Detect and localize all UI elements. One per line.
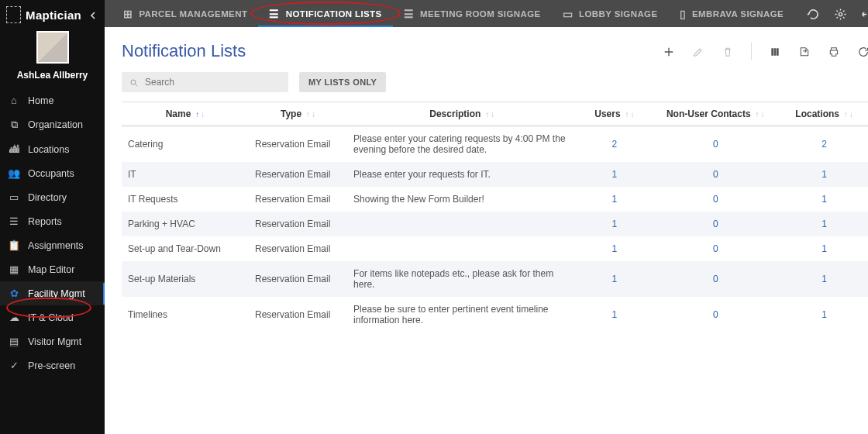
cell-non-user-contacts[interactable]: 0: [652, 187, 779, 212]
cell-locations[interactable]: 1: [779, 261, 868, 297]
cell-users[interactable]: 1: [577, 187, 653, 212]
delete-button[interactable]: [722, 43, 734, 59]
check-icon: ✓: [8, 360, 20, 371]
cell-locations[interactable]: 1: [779, 162, 868, 187]
col-header-non-user-contacts[interactable]: Non-User Contacts↑↓: [652, 102, 779, 126]
cell-users[interactable]: 1: [577, 261, 653, 297]
refresh-button[interactable]: [807, 6, 820, 20]
col-header-locations[interactable]: Locations↑↓: [779, 102, 868, 126]
table-body: CateringReservation EmailPlease enter yo…: [122, 126, 868, 333]
table-row[interactable]: CateringReservation EmailPlease enter yo…: [122, 126, 868, 163]
toolbar: MY LISTS ONLY: [122, 72, 868, 92]
export-button[interactable]: [798, 43, 811, 59]
cell-name: Timelines: [122, 297, 249, 332]
table-row[interactable]: Set-up MaterialsReservation EmailFor ite…: [122, 261, 868, 297]
topbar: ⊞ PARCEL MANAGEMENT ☰ NOTIFICATION LISTS…: [105, 0, 868, 27]
col-header-type[interactable]: Type↑↓: [249, 102, 347, 126]
edit-button[interactable]: [692, 43, 704, 59]
tab-label: PARCEL MANAGEMENT: [139, 9, 247, 19]
table-row[interactable]: ITReservation EmailPlease enter your req…: [122, 162, 868, 187]
cell-description: [347, 236, 577, 261]
cell-description: Please enter your catering requests by 4…: [347, 126, 577, 163]
svg-point-1: [131, 80, 136, 84]
sidebar-item-label: Pre-screen: [28, 360, 75, 371]
tab-meeting-room-signage[interactable]: ☰ MEETING ROOM SIGNAGE: [393, 0, 552, 27]
sidebar-item-it-cloud[interactable]: ☁IT & Cloud: [0, 305, 105, 329]
sidebar-item-pre-screen[interactable]: ✓Pre-screen: [0, 353, 105, 377]
columns-icon: [769, 46, 781, 58]
sidebar-item-facility-mgmt[interactable]: ✿Facility Mgmt: [0, 281, 105, 305]
sidebar-collapse-button[interactable]: [86, 7, 100, 22]
table-row[interactable]: TimelinesReservation EmailPlease be sure…: [122, 297, 868, 332]
tab-lobby-signage[interactable]: ▭ LOBBY SIGNAGE: [552, 0, 669, 27]
cell-non-user-contacts[interactable]: 0: [652, 261, 779, 297]
add-button[interactable]: [663, 43, 675, 59]
col-header-description[interactable]: Description↑↓: [347, 102, 577, 126]
logout-button[interactable]: [861, 6, 868, 20]
plus-icon: [663, 46, 675, 58]
cell-locations[interactable]: 2: [779, 126, 868, 163]
cell-name: IT Requests: [122, 187, 249, 212]
page-title: Notification Lists: [122, 41, 246, 61]
export-icon: [798, 46, 811, 58]
sidebar-item-assignments[interactable]: 📋Assignments: [0, 233, 105, 257]
cell-locations[interactable]: 1: [779, 212, 868, 236]
tab-label: MEETING ROOM SIGNAGE: [420, 9, 541, 19]
sidebar-item-label: Home: [28, 95, 53, 106]
cell-non-user-contacts[interactable]: 0: [652, 126, 779, 163]
cell-non-user-contacts[interactable]: 0: [652, 212, 779, 236]
cell-name: IT: [122, 162, 249, 187]
sidebar-item-visitor-mgmt[interactable]: ▤Visitor Mgmt: [0, 329, 105, 353]
reload-button[interactable]: [857, 43, 868, 59]
settings-button[interactable]: [834, 6, 847, 20]
logout-icon: [861, 8, 868, 21]
avatar[interactable]: [36, 31, 69, 64]
my-lists-only-button[interactable]: MY LISTS ONLY: [299, 72, 386, 92]
col-header-users[interactable]: Users↑↓: [577, 102, 653, 126]
cell-locations[interactable]: 1: [779, 236, 868, 261]
sidebar-item-home[interactable]: ⌂Home: [0, 88, 105, 112]
sidebar-item-reports[interactable]: ☰Reports: [0, 209, 105, 233]
separator: [751, 43, 752, 60]
col-header-name[interactable]: Name↑↓: [122, 102, 249, 126]
cell-users[interactable]: 1: [577, 162, 653, 187]
search-input[interactable]: [145, 77, 281, 88]
trash-icon: [722, 46, 734, 58]
sidebar-item-directory[interactable]: ▭Directory: [0, 185, 105, 209]
cell-description: [347, 212, 577, 236]
table-row[interactable]: IT RequestsReservation EmailShowing the …: [122, 187, 868, 212]
sidebar-item-map-editor[interactable]: ▦Map Editor: [0, 257, 105, 281]
tab-embrava-signage[interactable]: ▯ EMBRAVA SIGNAGE: [669, 0, 795, 27]
reload-icon: [857, 46, 868, 58]
cell-non-user-contacts[interactable]: 0: [652, 162, 779, 187]
sort-icon: ↑↓: [844, 110, 853, 119]
sidebar-item-locations[interactable]: 🏙Locations: [0, 137, 105, 161]
cell-locations[interactable]: 1: [779, 187, 868, 212]
columns-button[interactable]: [769, 43, 781, 59]
search-box[interactable]: [122, 72, 288, 92]
pencil-icon: [692, 46, 704, 58]
cell-users[interactable]: 1: [577, 212, 653, 236]
cell-type: Reservation Email: [249, 162, 347, 187]
sidebar-item-occupants[interactable]: 👥Occupants: [0, 161, 105, 185]
cell-users[interactable]: 1: [577, 297, 653, 332]
sidebar-item-organization[interactable]: ⧉Organization: [0, 112, 105, 137]
cell-non-user-contacts[interactable]: 0: [652, 297, 779, 332]
brand-name: Maptician: [26, 9, 81, 22]
cell-type: Reservation Email: [249, 261, 347, 297]
device-icon: ▯: [680, 8, 686, 20]
table-row[interactable]: Set-up and Tear-DownReservation Email101: [122, 236, 868, 261]
topbar-actions: [794, 0, 868, 27]
print-button[interactable]: [828, 43, 840, 59]
tab-notification-lists[interactable]: ☰ NOTIFICATION LISTS: [258, 0, 392, 27]
cell-users[interactable]: 2: [577, 126, 653, 163]
sidebar-nav: ⌂Home ⧉Organization 🏙Locations 👥Occupant…: [0, 88, 105, 377]
table-row[interactable]: Parking + HVACReservation Email101: [122, 212, 868, 236]
cell-non-user-contacts[interactable]: 0: [652, 236, 779, 261]
tab-parcel-management[interactable]: ⊞ PARCEL MANAGEMENT: [112, 0, 258, 27]
svg-point-0: [839, 12, 842, 16]
home-icon: ⌂: [8, 95, 20, 106]
cell-locations[interactable]: 1: [779, 297, 868, 332]
cell-type: Reservation Email: [249, 212, 347, 236]
cell-users[interactable]: 1: [577, 236, 653, 261]
